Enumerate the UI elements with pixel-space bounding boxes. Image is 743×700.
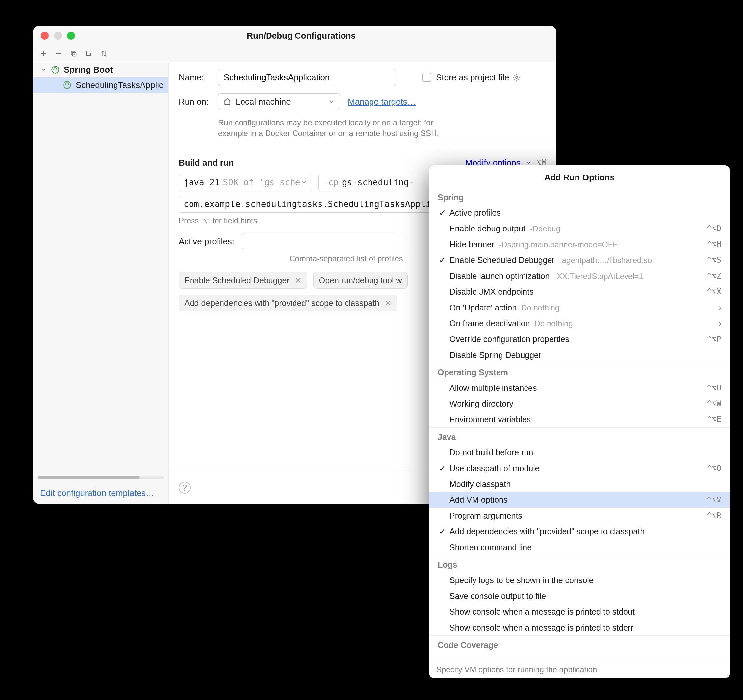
popup-option[interactable]: Do not build before run [429, 445, 730, 460]
help-icon[interactable]: ? [179, 482, 191, 494]
popup-option-label: Disable launch optimization-XX:TieredSto… [450, 271, 707, 281]
classpath-value: gs-scheduling- [342, 178, 414, 187]
popup-option[interactable]: Override configuration properties^⌥P [429, 331, 730, 347]
sidebar-footer: Edit configuration templates… [33, 482, 169, 504]
popup-option[interactable]: Disable JMX endpoints^⌥X [429, 284, 730, 300]
chip-enable-scheduled-debugger[interactable]: Enable Scheduled Debugger ✕ [179, 272, 307, 289]
minimize-icon[interactable] [54, 32, 62, 40]
popup-group-label: Operating System [429, 363, 730, 380]
popup-option[interactable]: Working directory^⌥W [429, 396, 730, 412]
add-icon[interactable] [39, 49, 48, 58]
popup-option[interactable]: ✓Use classpath of module^⌥O [429, 460, 730, 476]
svg-rect-0 [73, 52, 76, 56]
svg-rect-1 [71, 51, 75, 55]
spring-boot-icon [62, 80, 72, 90]
popup-option-shortcut: ^⌥E [707, 415, 721, 424]
popup-option[interactable]: ✓Active profiles [429, 205, 730, 221]
popup-option-shortcut: ^⌥Z [707, 271, 721, 280]
remove-chip-icon[interactable]: ✕ [385, 298, 392, 308]
popup-option[interactable]: Disable Spring Debugger [429, 347, 730, 363]
chip-add-provided-dependencies[interactable]: Add dependencies with "provided" scope t… [179, 295, 397, 311]
runon-label: Run on: [179, 97, 218, 107]
popup-option-label: Specify logs to be shown in the console [450, 575, 721, 585]
popup-option[interactable]: Disable launch optimization-XX:TieredSto… [429, 268, 730, 284]
home-icon [223, 98, 232, 106]
chip-label: Enable Scheduled Debugger [184, 276, 290, 285]
popup-option-label: Override configuration properties [450, 335, 707, 344]
popup-option-label: Allow multiple instances [450, 383, 707, 393]
runon-value: Local machine [235, 97, 291, 107]
remove-icon[interactable] [54, 49, 63, 58]
svg-point-5 [516, 76, 518, 79]
popup-option[interactable]: ✓Enable Scheduled Debugger-agentpath:…/l… [429, 252, 730, 268]
popup-option[interactable]: Add VM options^⌥V [429, 492, 730, 508]
chip-label: Add dependencies with "provided" scope t… [184, 298, 379, 308]
popup-option-label: Program arguments [450, 511, 707, 521]
popup-option[interactable]: Environment variables^⌥E [429, 412, 730, 427]
edit-templates-link[interactable]: Edit configuration templates… [40, 488, 154, 498]
svg-point-4 [64, 82, 71, 89]
popup-footer: Specify VM options for running the appli… [429, 661, 730, 678]
popup-option-shortcut: ^⌥H [707, 240, 721, 249]
popup-option[interactable]: Hide banner-Dspring.main.banner-mode=OFF… [429, 236, 730, 252]
sdk-select[interactable]: java 21 SDK of 'gs-sche [179, 174, 312, 191]
gear-icon[interactable] [513, 73, 521, 81]
popup-option-label: Working directory [450, 399, 707, 409]
manage-targets-link[interactable]: Manage targets… [348, 97, 416, 107]
sort-icon[interactable] [99, 49, 109, 58]
build-run-heading: Build and run [179, 158, 234, 168]
popup-option-shortcut: ^⌥R [707, 511, 721, 520]
titlebar: Run/Debug Configurations [33, 26, 557, 46]
add-run-options-popup: Add Run Options Spring✓Active profilesEn… [429, 165, 730, 678]
name-field[interactable] [218, 69, 396, 86]
store-as-project-checkbox[interactable] [422, 73, 431, 82]
traffic-lights [41, 32, 75, 40]
classpath-prefix: -cp [323, 178, 339, 187]
save-template-icon[interactable] [84, 49, 93, 58]
popup-option[interactable]: Show console when a message is printed t… [429, 620, 730, 635]
popup-option[interactable]: Shorten command line [429, 539, 730, 555]
popup-option-label: Modify classpath [450, 479, 721, 489]
maximize-icon[interactable] [67, 32, 75, 40]
popup-option-label: Enable debug output-Ddebug [450, 224, 707, 233]
sidebar-category-spring-boot[interactable]: Spring Boot [33, 62, 169, 77]
main-class-value: com.example.schedulingtasks.SchedulingTa… [184, 199, 431, 209]
copy-icon[interactable] [69, 49, 78, 58]
popup-group-label: Logs [429, 555, 730, 572]
popup-group-label: Code Coverage [429, 636, 730, 653]
chip-open-tool-window[interactable]: Open run/debug tool w [313, 272, 408, 289]
config-sidebar: Spring Boot SchedulingTasksApplic Edit c… [33, 62, 169, 504]
sidebar-item-scheduling[interactable]: SchedulingTasksApplic [33, 77, 169, 92]
popup-option[interactable]: Modify classpath [429, 476, 730, 492]
popup-option[interactable]: Show console when a message is printed t… [429, 604, 730, 620]
remove-chip-icon[interactable]: ✕ [295, 276, 302, 285]
check-icon: ✓ [438, 208, 447, 218]
popup-option[interactable]: ✓Add dependencies with "provided" scope … [429, 524, 730, 539]
chip-label: Open run/debug tool w [319, 276, 402, 285]
popup-option[interactable]: On frame deactivationDo nothing› [429, 316, 730, 331]
chevron-down-icon [301, 179, 307, 186]
close-icon[interactable] [41, 32, 49, 40]
popup-title: Add Run Options [429, 165, 730, 188]
popup-option-label: Disable Spring Debugger [450, 350, 721, 360]
popup-option[interactable]: Program arguments^⌥R [429, 508, 730, 524]
popup-option-label: Active profiles [450, 208, 721, 218]
check-icon: ✓ [438, 464, 447, 473]
check-icon: ✓ [438, 527, 447, 536]
sidebar-scrollbar-thumb[interactable] [37, 476, 139, 479]
popup-option[interactable]: Specify logs to be shown in the console [429, 572, 730, 588]
sidebar-item-label: SchedulingTasksApplic [75, 80, 163, 90]
runon-select[interactable]: Local machine [218, 93, 340, 110]
config-toolbar [33, 46, 557, 62]
chevron-right-icon: › [719, 303, 721, 313]
popup-option-shortcut: ^⌥S [707, 255, 721, 265]
popup-option-shortcut: ^⌥D [707, 224, 721, 233]
svg-point-3 [52, 67, 59, 73]
popup-option[interactable]: On 'Update' actionDo nothing› [429, 300, 730, 316]
popup-option[interactable]: Allow multiple instances^⌥U [429, 380, 730, 396]
chevron-down-icon [41, 67, 47, 73]
sidebar-scrollbar[interactable] [37, 476, 164, 479]
popup-option-shortcut: ^⌥O [707, 464, 721, 473]
popup-option[interactable]: Save console output to file [429, 588, 730, 604]
popup-option[interactable]: Enable debug output-Ddebug^⌥D [429, 221, 730, 236]
